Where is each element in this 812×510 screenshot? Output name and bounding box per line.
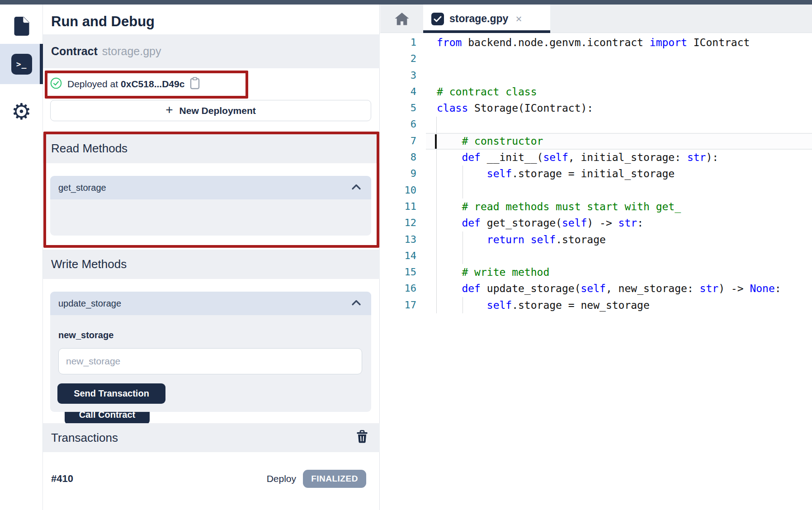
transaction-row[interactable]: #410 Deploy FINALIZED (43, 463, 380, 495)
tab-label: storage.gpy (449, 13, 508, 25)
clear-transactions-button[interactable] (356, 430, 368, 445)
chevron-up-icon (351, 299, 361, 307)
document-icon (13, 16, 31, 38)
clipboard-icon (189, 77, 201, 90)
terminal-icon: >_ (11, 54, 32, 75)
deployed-text: Deployed at (67, 79, 118, 90)
sidebar-item-files[interactable] (0, 13, 43, 42)
file-check-icon (431, 13, 444, 25)
send-transaction-button[interactable]: Send Transaction (57, 383, 165, 404)
contract-address: 0xC518...D49c (121, 79, 184, 90)
plus-icon: + (165, 103, 173, 117)
trash-icon (356, 430, 368, 444)
method-accordion-update-storage[interactable]: update_storage (50, 292, 371, 315)
read-methods-header: Read Methods (43, 134, 380, 163)
transactions-title: Transactions (51, 431, 118, 445)
editor-tab-bar: storage.gpy × (380, 5, 812, 33)
param-label: new_storage (58, 330, 113, 340)
new-deployment-label: New Deployment (179, 105, 256, 116)
write-methods-title: Write Methods (51, 257, 127, 271)
deployed-status: Deployed at 0xC518...D49c (50, 79, 201, 90)
contract-filename: storage.gpy (102, 45, 161, 58)
read-methods-title: Read Methods (51, 142, 127, 156)
method-accordion-get-storage[interactable]: get_storage (50, 176, 371, 199)
chevron-up-icon (351, 184, 361, 192)
editor-tab[interactable]: storage.gpy × (423, 5, 550, 33)
page-title: Run and Debug (51, 14, 155, 30)
param-input[interactable] (58, 348, 362, 374)
line-numbers: 1234567891011121314151617 (380, 34, 416, 313)
success-check-icon (50, 77, 62, 91)
transactions-header: Transactions (43, 423, 380, 452)
method-name: get_storage (58, 183, 106, 193)
code-lines: from backend.node.genvm.icontract import… (437, 34, 781, 313)
icon-rail: >_ ⚙ (0, 5, 43, 510)
sidebar-item-settings[interactable]: ⚙ (0, 97, 43, 126)
top-bar (0, 0, 812, 5)
copy-address-button[interactable] (189, 77, 201, 91)
active-indicator (40, 44, 43, 84)
contract-label: Contract (51, 45, 98, 58)
new-deployment-button[interactable]: + New Deployment (50, 100, 371, 121)
gear-icon: ⚙ (11, 100, 32, 123)
transaction-id: #410 (51, 473, 73, 485)
transaction-status-badge: FINALIZED (303, 470, 366, 488)
contract-header: Contract storage.gpy (43, 34, 380, 68)
text-cursor (435, 134, 437, 149)
sidebar-item-terminal[interactable]: >_ (0, 44, 43, 84)
transaction-type: Deploy (251, 473, 296, 484)
run-and-debug-panel: Run and Debug Contract storage.gpy Deplo… (43, 5, 380, 510)
code-editor[interactable]: 1234567891011121314151617 from backend.n… (380, 33, 812, 510)
home-tab-button[interactable] (380, 5, 423, 33)
code-editor-pane: storage.gpy × 1234567891011121314151617 … (380, 5, 812, 510)
method-name: update_storage (58, 298, 121, 309)
accordion-body: Call Contract (50, 199, 371, 236)
write-methods-header: Write Methods (43, 250, 380, 279)
home-icon (394, 12, 410, 26)
tab-close-button[interactable]: × (515, 14, 522, 24)
